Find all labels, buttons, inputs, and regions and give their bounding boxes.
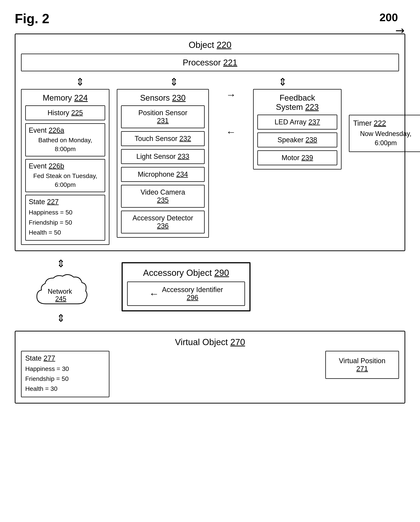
video-camera-box: Video Camera235 — [121, 185, 205, 208]
virtual-position-box: Virtual Position 271 — [325, 351, 399, 379]
cloud-shape: Network 245 — [31, 271, 90, 311]
virtual-state-box: State 277 Happiness = 30 Friendship = 50… — [21, 351, 109, 397]
touch-sensor-box: Touch Sensor 232 — [121, 131, 205, 146]
event-226b-box: Event 226b Fed Steak on Tuesday, 6:00pm — [25, 159, 105, 192]
virtual-object-label: Virtual Object 270 — [21, 337, 399, 347]
proc-to-feedback-arrow: ⇕ — [278, 77, 287, 87]
memory-section: Memory 224 History 225 Event 226a Bathed… — [21, 89, 109, 245]
feedback-label: Feedback System 223 — [257, 93, 337, 112]
history-box: History 225 — [25, 105, 105, 120]
virtual-object-box: Virtual Object 270 State 277 Happiness =… — [15, 331, 405, 404]
proc-to-memory-arrow: ⇕ — [76, 77, 84, 87]
object-220-label: Object 220 — [21, 40, 399, 50]
object-220-box: Object 220 Processor 221 ⇕ ⇕ ⇕ Memory 22… — [15, 34, 405, 251]
virtual-state-values: Happiness = 30 Friendship = 50 Health = … — [25, 364, 105, 394]
sensors-section: Sensors 230 Position Sensor231 Touch Sen… — [117, 89, 209, 238]
proc-to-sensors-arrow: ⇕ — [170, 77, 178, 87]
accessory-object-label: Accessory Object 290 — [127, 268, 245, 278]
motor-box: Motor 239 — [257, 150, 337, 165]
feedback-section: Feedback System 223 LED Array 237 Speake… — [253, 89, 342, 169]
speaker-box: Speaker 238 — [257, 132, 337, 147]
light-sensor-box: Light Sensor 233 — [121, 149, 205, 164]
three-column-layout: Memory 224 History 225 Event 226a Bathed… — [21, 89, 399, 245]
virtual-state-title: State 277 — [25, 354, 105, 362]
microphone-box: Microphone 234 — [121, 167, 205, 182]
accessory-object-box: Accessory Object 290 ← Accessory Identif… — [122, 262, 251, 311]
accessory-col: Accessory Object 290 ← Accessory Identif… — [122, 262, 251, 311]
to-identifier-arrow: ← — [149, 288, 159, 299]
position-sensor-box: Position Sensor231 — [121, 105, 205, 128]
network-col: ⇕ Network 245 ⇕ — [15, 259, 107, 323]
virtual-inner-row: State 277 Happiness = 30 Friendship = 50… — [21, 351, 399, 397]
below-area: ⇕ Network 245 ⇕ Accessory Object 290 ← A… — [15, 259, 405, 323]
figure-number: 200 — [380, 11, 398, 24]
event-a-title: Event 226a — [29, 126, 102, 134]
state-227-box: State 227 Happiness = 50 Friendship = 50… — [25, 195, 105, 240]
event-b-text: Fed Steak on Tuesday, 6:00pm — [29, 172, 102, 189]
network-down-arrow: ⇕ — [57, 313, 65, 323]
timer-label: Timer 222 — [353, 119, 418, 127]
state-title: State 227 — [29, 198, 102, 206]
accessory-detector-box: Accessory Detector236 — [121, 211, 205, 233]
event-226a-box: Event 226a Bathed on Monday, 8:00pm — [25, 123, 105, 156]
sensor-to-timer-arrow: → — [226, 89, 236, 100]
middle-arrow-area: → ← — [216, 89, 246, 141]
state-values: Happiness = 50 Friendship = 50 Health = … — [29, 207, 102, 237]
figure-title: Fig. 2 — [15, 11, 405, 26]
timer-box: Timer 222 Now Wednesday, 6:00pm — [349, 115, 420, 152]
event-b-title: Event 226b — [29, 162, 102, 170]
memory-label: Memory 224 — [25, 93, 105, 102]
processor-box: Processor 221 — [21, 54, 399, 71]
sensors-label: Sensors 230 — [121, 93, 205, 102]
timer-col: Timer 222 Now Wednesday, 6:00pm — [349, 89, 420, 152]
accessory-to-detector-arrow: ← — [226, 126, 236, 138]
network-up-arrow: ⇕ — [57, 259, 65, 269]
event-a-text: Bathed on Monday, 8:00pm — [29, 136, 102, 153]
led-array-box: LED Array 237 — [257, 115, 337, 130]
accessory-identifier-box: ← Accessory Identifier 296 — [127, 282, 245, 306]
timer-text: Now Wednesday, 6:00pm — [353, 129, 418, 148]
